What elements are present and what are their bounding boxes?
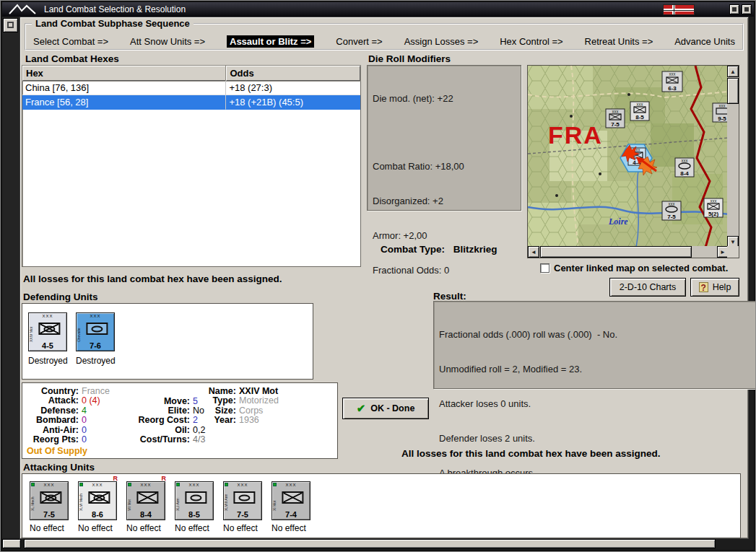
- center-map-checkbox-label: Center linked map on selected combat.: [554, 263, 728, 273]
- scroll-corner-button[interactable]: [3, 18, 18, 32]
- mod-combat-ratio: Combat Ratio: +18,00: [373, 161, 516, 172]
- info-label: Cost/Turns:: [129, 435, 190, 444]
- window-minimize-button[interactable]: [729, 4, 739, 14]
- info-value: XXIV Mot: [239, 387, 278, 396]
- attacking-unit-counter[interactable]: XXX XLVI Mech 8-6 R: [78, 481, 117, 520]
- map-unit-counter[interactable]: XXX 9-5: [713, 103, 729, 122]
- attacking-unit-counter[interactable]: XXX XLVIII Arm 7-5: [223, 481, 262, 520]
- map-unit-counter[interactable]: XXX 6-3: [662, 71, 682, 92]
- svg-text:5(2): 5(2): [708, 211, 719, 217]
- info-value: 0: [82, 426, 87, 435]
- die-mod-net: Die mod. (net): +22: [373, 93, 516, 105]
- h-scroll-thumb[interactable]: [540, 246, 692, 258]
- mechanized-unit-icon: [38, 323, 60, 335]
- unit-strength: 8-6: [79, 510, 116, 519]
- motorized-unit-icon: [282, 491, 303, 504]
- svg-text:6-3: 6-3: [668, 85, 677, 92]
- map-river-label: Loire: [608, 216, 628, 227]
- window-titlebar: Land Combat Selection & Resolution: [2, 2, 754, 17]
- scrollbar-thumb[interactable]: [24, 539, 716, 548]
- info-value: 0: [82, 416, 87, 425]
- charts-button[interactable]: 2-D-10 Charts: [609, 278, 686, 297]
- map-unit-counter[interactable]: XXX 7-5: [606, 109, 625, 128]
- svg-text:8-4: 8-4: [680, 170, 689, 177]
- info-label: Country:: [27, 387, 79, 396]
- armor-unit-icon: [233, 491, 255, 504]
- info-label: Size:: [204, 406, 236, 416]
- unit-strength: 8-5: [175, 510, 213, 519]
- unit-status: Destroyed: [28, 356, 73, 366]
- help-button[interactable]: ? Help: [690, 278, 739, 297]
- war-ensign-flag-icon: [663, 4, 695, 15]
- unit-status: No effect: [223, 523, 268, 533]
- info-label: Attack:: [27, 396, 79, 406]
- map-view[interactable]: FRA Loire XXX 6-3 XXX: [528, 66, 729, 247]
- ok-done-button[interactable]: ✔ OK - Done: [342, 398, 429, 419]
- info-label: Reorg Pts:: [27, 435, 79, 444]
- phase-step-retreat-units: Retreat Units =>: [585, 36, 653, 47]
- unit-name-label: VII Mot: [127, 486, 131, 511]
- info-value: 4: [82, 406, 87, 416]
- combat-hexes-table: Hex Odds China [76, 136] +18 (27:3) Fran…: [22, 65, 361, 267]
- attacking-section-title: Attacking Units: [23, 462, 95, 473]
- combat-type-label: Combat Type:: [381, 244, 445, 255]
- info-value: 5: [193, 397, 198, 406]
- losses-assigned-message: All losses for this land combat hex have…: [23, 273, 282, 284]
- center-map-checkbox[interactable]: [540, 263, 549, 273]
- center-map-row: Center linked map on selected combat.: [540, 263, 728, 273]
- app-icon: [8, 4, 37, 15]
- unit-name-label: XLVIII Arm: [224, 486, 228, 511]
- unit-strength: 4-5: [29, 341, 66, 350]
- phase-step-hex-control: Hex Control =>: [500, 36, 562, 47]
- game-window: Land Combat Selection & Resolution Land …: [0, 0, 756, 552]
- defending-units-panel: XXX XXIV Mot 4-5 Destroyed XXX Chevalle …: [22, 303, 313, 380]
- defending-unit-counter[interactable]: XXX Chevalle 7-6: [76, 312, 115, 351]
- unit-status: No effect: [30, 523, 74, 533]
- map-unit-counter[interactable]: XXX 5(2): [704, 198, 723, 217]
- svg-text:7-5: 7-5: [667, 214, 676, 220]
- map-horizontal-scrollbar[interactable]: ◄ ►: [528, 246, 729, 258]
- defending-unit-counter[interactable]: XXX XXIV Mot 4-5: [28, 312, 67, 351]
- info-label: Reorg Cost:: [129, 416, 190, 425]
- help-icon: ?: [699, 282, 708, 292]
- svg-text:XXX: XXX: [681, 159, 687, 163]
- map-unit-counter[interactable]: XXX 7-5: [662, 201, 681, 220]
- svg-text:XXX: XXX: [718, 105, 725, 108]
- table-row[interactable]: China [76, 136] +18 (27:3): [22, 81, 360, 95]
- attacking-unit-counter[interactable]: XXX XI Mot 7-4: [271, 481, 310, 520]
- unit-strength: 7-5: [30, 510, 68, 519]
- info-value: 0,2: [193, 426, 205, 435]
- unit-status: No effect: [175, 523, 220, 533]
- window-close-button[interactable]: [742, 4, 752, 14]
- phase-step-assign-losses: Assign Losses =>: [404, 36, 479, 47]
- attacking-unit-counter[interactable]: XXX XL Mech 7-5: [30, 481, 69, 520]
- armor-unit-icon: [185, 491, 207, 504]
- unit-size-label: XXX: [175, 483, 213, 487]
- map-unit-counter[interactable]: XXX 8-5: [630, 102, 649, 121]
- v-scroll-thumb[interactable]: [727, 78, 739, 104]
- info-value: Corps: [239, 406, 263, 416]
- scroll-up-button[interactable]: ▲: [727, 66, 739, 77]
- scrollbar-left-button[interactable]: [2, 539, 21, 548]
- result-section-title: Result:: [433, 291, 466, 302]
- map-vertical-scrollbar[interactable]: ▲ ▼: [727, 66, 739, 247]
- unit-size-label: XXX: [224, 483, 261, 487]
- linked-map-panel: FRA Loire XXX 6-3 XXX: [527, 65, 739, 258]
- info-value: 0: [82, 435, 87, 444]
- svg-text:XXX: XXX: [668, 203, 674, 206]
- attacking-unit-counter[interactable]: XXX VII Mot 8-4 R: [126, 481, 165, 520]
- odds-cell: +18 (+21B) (45:5): [226, 95, 360, 110]
- unit-name-label: XLVI Mech: [79, 486, 83, 511]
- info-value: Motorized: [239, 396, 279, 406]
- map-unit-counter[interactable]: XXX 8-4: [675, 158, 694, 177]
- table-row-selected[interactable]: France [56, 28] +18 (+21B) (45:5): [22, 95, 360, 110]
- scroll-left-button[interactable]: ◄: [528, 246, 539, 258]
- column-header-hex: Hex: [22, 66, 226, 81]
- unit-name-label: XL Mech: [30, 486, 35, 511]
- unit-status: No effect: [126, 523, 171, 533]
- attacking-units-panel: XXX XL Mech 7-5 No effect XXX XLVI Mech …: [22, 473, 741, 538]
- svg-text:8-5: 8-5: [635, 114, 644, 121]
- info-label: Name:: [204, 387, 236, 396]
- attacking-unit-counter[interactable]: XXX XLI Arm 8-5: [175, 481, 214, 520]
- svg-text:XXX: XXX: [612, 110, 618, 114]
